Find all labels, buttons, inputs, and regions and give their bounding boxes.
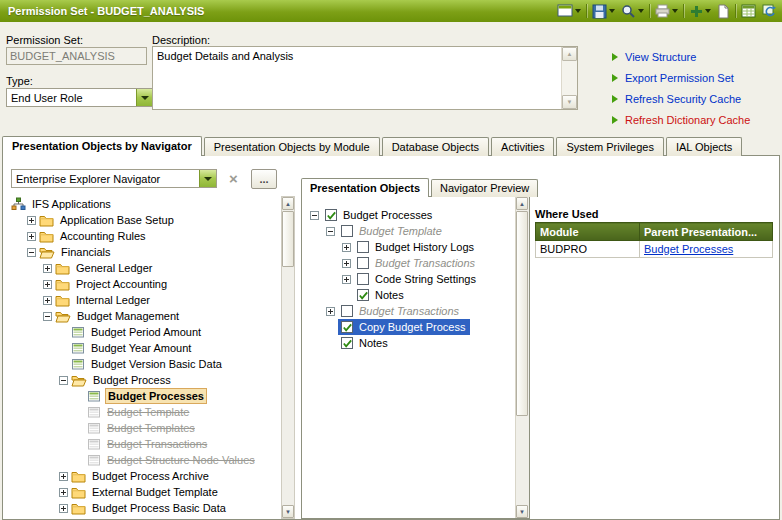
checkbox-checked-icon[interactable] xyxy=(357,289,369,301)
nav-item-budget-year-amount[interactable]: Budget Year Amount xyxy=(7,340,281,356)
nav-item-budget-structure-node-values[interactable]: Budget Structure Node Values xyxy=(7,452,281,468)
checkbox-checked-icon[interactable] xyxy=(325,209,337,221)
navigator-scrollbar[interactable]: ▲ ▼ xyxy=(281,196,295,519)
checkbox-checked-icon[interactable] xyxy=(341,337,353,349)
expand-icon[interactable] xyxy=(43,280,52,289)
scrollbar-thumb[interactable] xyxy=(282,211,294,267)
checkbox-unchecked-icon[interactable] xyxy=(341,305,353,317)
link-export-permission-set[interactable]: Export Permission Set xyxy=(625,72,734,84)
nav-item-internal-ledger[interactable]: Internal Ledger xyxy=(7,292,281,308)
zoom-icon[interactable] xyxy=(620,3,645,20)
po-item-budget-template[interactable]: Budget Template xyxy=(308,223,513,239)
dropdown-arrow-icon[interactable] xyxy=(705,9,711,13)
expand-icon[interactable] xyxy=(27,216,36,225)
dropdown-arrow-icon[interactable] xyxy=(638,9,644,13)
nav-item-budget-management[interactable]: Budget Management xyxy=(7,308,281,324)
tab-activities[interactable]: Activities xyxy=(491,137,554,156)
nav-item-accounting-rules[interactable]: Accounting Rules xyxy=(7,228,281,244)
refresh-icon[interactable] xyxy=(761,3,778,19)
nav-item-budget-version-basic-data[interactable]: Budget Version Basic Data xyxy=(7,356,281,372)
nav-item-general-ledger[interactable]: General Ledger xyxy=(7,260,281,276)
link-refresh-security-cache[interactable]: Refresh Security Cache xyxy=(625,93,741,105)
collapse-icon[interactable] xyxy=(59,376,68,385)
checkbox-unchecked-icon[interactable] xyxy=(357,257,369,269)
permission-set-input[interactable] xyxy=(6,47,147,65)
po-item-budget-processes[interactable]: Budget Processes xyxy=(308,207,513,223)
tab-presentation-objects-by-navigator[interactable]: Presentation Objects by Navigator xyxy=(2,136,202,156)
type-combo[interactable]: End User Role xyxy=(6,88,154,107)
nav-item-budget-templates[interactable]: Budget Templates xyxy=(7,420,281,436)
expand-icon[interactable] xyxy=(59,472,68,481)
expand-icon[interactable] xyxy=(342,243,351,252)
description-scrollbar[interactable]: ▲ ▼ xyxy=(561,47,577,109)
tab-system-privileges[interactable]: System Privileges xyxy=(556,137,663,156)
dropdown-arrow-icon[interactable] xyxy=(672,9,678,13)
wu-parent-link[interactable]: Budget Processes xyxy=(644,243,733,255)
expand-icon[interactable] xyxy=(326,307,335,316)
nav-item-external-budget-template[interactable]: External Budget Template xyxy=(7,484,281,500)
expand-icon[interactable] xyxy=(342,259,351,268)
nav-item-budget-template[interactable]: Budget Template xyxy=(7,404,281,420)
link-view-structure[interactable]: View Structure xyxy=(625,51,696,63)
collapse-icon[interactable] xyxy=(326,227,335,236)
checkbox-unchecked-icon[interactable] xyxy=(357,273,369,285)
expand-icon[interactable] xyxy=(27,232,36,241)
po-item-copy-budget-process[interactable]: Copy Budget Process xyxy=(308,319,513,335)
tab-presentation-objects-by-module[interactable]: Presentation Objects by Module xyxy=(204,137,380,156)
save-icon[interactable] xyxy=(591,3,616,20)
clear-navigator-icon[interactable]: × xyxy=(229,169,238,189)
document-icon[interactable] xyxy=(716,3,731,20)
nav-item-project-accounting[interactable]: Project Accounting xyxy=(7,276,281,292)
nav-item-budget-processes[interactable]: Budget Processes xyxy=(7,388,281,404)
scrollbar-up-icon[interactable]: ▲ xyxy=(516,197,528,210)
nav-item-budget-process-basic-data[interactable]: Budget Process Basic Data xyxy=(7,500,281,516)
print-icon[interactable] xyxy=(654,3,679,19)
nav-item-financials[interactable]: Financials xyxy=(7,244,281,260)
description-field[interactable]: Budget Details and Analysis ▲ ▼ xyxy=(152,46,578,110)
nav-item-application-base-setup[interactable]: Application Base Setup xyxy=(7,212,281,228)
window-icon[interactable] xyxy=(556,3,582,19)
expand-icon[interactable] xyxy=(43,296,52,305)
scrollbar-thumb[interactable] xyxy=(516,211,528,416)
navigator-selector-arrow-icon[interactable] xyxy=(199,170,216,187)
po-item-code-string-settings[interactable]: Code String Settings xyxy=(308,271,513,287)
collapse-icon[interactable] xyxy=(310,211,319,220)
expand-icon[interactable] xyxy=(59,488,68,497)
scrollbar-up-icon[interactable]: ▲ xyxy=(282,197,294,210)
nav-item-budget-period-amount[interactable]: Budget Period Amount xyxy=(7,324,281,340)
scroll-down-icon[interactable]: ▼ xyxy=(562,95,577,109)
tab-database-objects[interactable]: Database Objects xyxy=(382,137,489,156)
po-scrollbar[interactable]: ▲ ▼ xyxy=(515,197,529,518)
tab-presentation-objects[interactable]: Presentation Objects xyxy=(301,178,429,197)
dropdown-arrow-icon[interactable] xyxy=(575,9,581,13)
scroll-up-icon[interactable]: ▲ xyxy=(562,47,577,61)
expand-icon[interactable] xyxy=(43,264,52,273)
expand-icon[interactable] xyxy=(59,504,68,513)
grid-icon[interactable] xyxy=(740,3,757,19)
tab-navigator-preview[interactable]: Navigator Preview xyxy=(431,179,538,197)
dropdown-arrow-icon[interactable] xyxy=(609,9,615,13)
po-item-budget-transactions[interactable]: Budget Transactions xyxy=(308,255,513,271)
browse-navigator-button[interactable]: ... xyxy=(251,169,277,189)
wu-col-parent-presentation[interactable]: Parent Presentation... xyxy=(640,223,773,241)
wu-col-module[interactable]: Module xyxy=(536,223,640,241)
checkbox-checked-icon[interactable] xyxy=(341,321,353,333)
po-item-budget-history-logs[interactable]: Budget History Logs xyxy=(308,239,513,255)
checkbox-unchecked-icon[interactable] xyxy=(357,241,369,253)
nav-item-budget-transactions[interactable]: Budget Transactions xyxy=(7,436,281,452)
scrollbar-down-icon[interactable]: ▼ xyxy=(282,505,294,518)
po-item-notes[interactable]: Notes xyxy=(308,335,513,351)
add-icon[interactable] xyxy=(688,3,712,19)
tab-ial-objects[interactable]: IAL Objects xyxy=(666,137,742,156)
po-item-budget-transactions[interactable]: Budget Transactions xyxy=(308,303,513,319)
nav-item-budget-process[interactable]: Budget Process xyxy=(7,372,281,388)
nav-item-budget-process-archive[interactable]: Budget Process Archive xyxy=(7,468,281,484)
navigator-selector[interactable]: Enterprise Explorer Navigator xyxy=(11,169,217,188)
checkbox-unchecked-icon[interactable] xyxy=(341,225,353,237)
po-item-notes[interactable]: Notes xyxy=(308,287,513,303)
collapse-icon[interactable] xyxy=(27,248,36,257)
link-refresh-dictionary-cache[interactable]: Refresh Dictionary Cache xyxy=(625,114,750,126)
collapse-icon[interactable] xyxy=(43,312,52,321)
expand-icon[interactable] xyxy=(342,275,351,284)
scrollbar-down-icon[interactable]: ▼ xyxy=(516,505,528,518)
